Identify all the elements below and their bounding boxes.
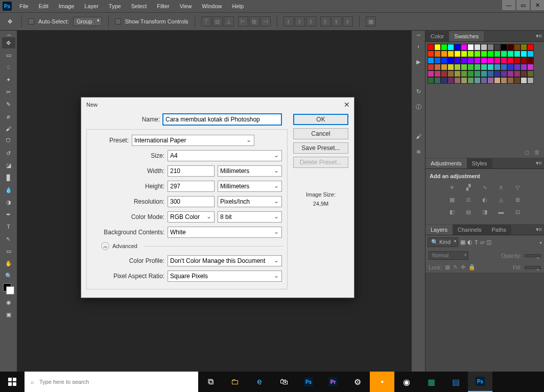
distribute-icon[interactable]: ⫴ bbox=[306, 16, 316, 27]
swatch[interactable] bbox=[428, 44, 434, 51]
selective-icon[interactable]: ⊡ bbox=[512, 208, 523, 216]
bit-depth-dropdown[interactable]: 8 bit bbox=[218, 211, 282, 223]
swatch[interactable] bbox=[447, 70, 454, 77]
swatch[interactable] bbox=[428, 57, 434, 64]
auto-select-dropdown[interactable]: Group bbox=[73, 17, 102, 26]
navigator-icon[interactable]: ▶ bbox=[413, 56, 424, 67]
width-input[interactable] bbox=[168, 165, 215, 177]
swatch[interactable] bbox=[527, 64, 534, 70]
tab-channels[interactable]: Channels bbox=[453, 225, 486, 235]
swatches-grid[interactable] bbox=[425, 42, 544, 86]
chrome-icon[interactable]: ◉ bbox=[394, 372, 419, 392]
color-picker[interactable] bbox=[2, 282, 15, 296]
swatch[interactable] bbox=[487, 51, 494, 57]
swatch[interactable] bbox=[527, 57, 534, 64]
mixer-icon[interactable]: ⊞ bbox=[512, 195, 523, 204]
swatch[interactable] bbox=[461, 70, 467, 77]
swatch[interactable] bbox=[441, 77, 447, 84]
swatch[interactable] bbox=[474, 64, 481, 70]
filter-pixel-icon[interactable]: ▦ bbox=[460, 239, 465, 246]
posterize-icon[interactable]: ▤ bbox=[463, 208, 474, 216]
show-transform-checkbox[interactable] bbox=[115, 18, 121, 24]
color-mode-dropdown[interactable]: RGB Color bbox=[168, 211, 215, 223]
swatch[interactable] bbox=[487, 77, 494, 84]
swatch[interactable] bbox=[494, 77, 501, 84]
filter-smart-icon[interactable]: ◫ bbox=[486, 239, 491, 246]
swatch[interactable] bbox=[467, 44, 474, 51]
brightness-icon[interactable]: ☀ bbox=[447, 183, 457, 191]
menu-layer[interactable]: Layer bbox=[79, 0, 104, 12]
swatch[interactable] bbox=[481, 64, 487, 70]
swatch[interactable] bbox=[521, 44, 527, 51]
swatch[interactable] bbox=[434, 57, 441, 64]
lock-position-icon[interactable]: ✎ bbox=[453, 264, 458, 271]
filter-toggle[interactable]: ▪ bbox=[540, 239, 542, 246]
swatch[interactable] bbox=[521, 51, 527, 57]
crop-tool[interactable]: ✂ bbox=[2, 86, 15, 97]
healing-tool[interactable]: ⌀ bbox=[2, 111, 15, 122]
photoshop-taskbar-icon[interactable]: Ps bbox=[468, 372, 492, 392]
color-profile-dropdown[interactable]: Don't Color Manage this Document bbox=[168, 255, 282, 266]
hue-icon[interactable]: ▦ bbox=[447, 195, 457, 204]
swatch[interactable] bbox=[461, 77, 467, 84]
swatch[interactable] bbox=[467, 70, 474, 77]
align-bottom-icon[interactable]: ⊥ bbox=[224, 16, 234, 27]
swatch[interactable] bbox=[454, 64, 461, 70]
blur-tool[interactable]: 💧 bbox=[2, 184, 15, 195]
tab-layers[interactable]: Layers bbox=[425, 225, 453, 235]
swatch[interactable] bbox=[494, 70, 501, 77]
swatch[interactable] bbox=[481, 70, 487, 77]
window-close[interactable]: ✕ bbox=[531, 0, 544, 10]
distribute-icon[interactable]: ⫴ bbox=[295, 16, 305, 27]
swatch[interactable] bbox=[447, 57, 454, 64]
cancel-button[interactable]: Cancel bbox=[293, 128, 348, 139]
bw-icon[interactable]: ◐ bbox=[480, 195, 490, 204]
swatch[interactable] bbox=[441, 51, 447, 57]
marquee-tool[interactable]: ▭ bbox=[2, 50, 15, 61]
swatch[interactable] bbox=[527, 70, 534, 77]
lock-pixels-icon[interactable]: ▦ bbox=[445, 264, 450, 271]
swatch[interactable] bbox=[501, 57, 507, 64]
swatch[interactable] bbox=[527, 44, 534, 51]
tab-styles[interactable]: Styles bbox=[467, 158, 492, 168]
swatch[interactable] bbox=[467, 51, 474, 57]
swatch[interactable] bbox=[434, 51, 441, 57]
edge-icon[interactable]: e bbox=[247, 372, 272, 392]
swatch[interactable] bbox=[501, 64, 507, 70]
swatch[interactable] bbox=[514, 51, 521, 57]
swatch[interactable] bbox=[454, 44, 461, 51]
pixel-aspect-dropdown[interactable]: Square Pixels bbox=[168, 271, 282, 282]
stamp-tool[interactable]: ⛉ bbox=[2, 135, 15, 146]
ok-button[interactable]: OK bbox=[293, 114, 348, 125]
swatch[interactable] bbox=[507, 44, 514, 51]
swatch[interactable] bbox=[507, 77, 514, 84]
name-input[interactable] bbox=[163, 114, 281, 125]
distribute-icon[interactable]: ⫵ bbox=[343, 16, 353, 27]
photo-filter-icon[interactable]: ◬ bbox=[496, 195, 506, 204]
menu-type[interactable]: Type bbox=[104, 0, 126, 12]
swatch[interactable] bbox=[507, 70, 514, 77]
align-right-icon[interactable]: ⊣ bbox=[261, 16, 271, 27]
magic-wand-tool[interactable]: ✦ bbox=[2, 74, 15, 85]
swatch[interactable] bbox=[487, 44, 494, 51]
delete-preset-button[interactable]: Delete Preset... bbox=[293, 157, 348, 168]
menu-view[interactable]: View bbox=[175, 0, 197, 12]
history-icon[interactable]: ↻ bbox=[413, 86, 424, 97]
swatch[interactable] bbox=[507, 51, 514, 57]
swatch[interactable] bbox=[514, 44, 521, 51]
filter-type-icon[interactable]: T bbox=[475, 239, 478, 246]
swatch[interactable] bbox=[507, 64, 514, 70]
screen-mode-tool[interactable]: ▣ bbox=[2, 309, 15, 320]
swatch[interactable] bbox=[434, 44, 441, 51]
lock-move-icon[interactable]: ✥ bbox=[461, 264, 465, 271]
swatch[interactable] bbox=[501, 44, 507, 51]
swatch[interactable] bbox=[467, 77, 474, 84]
menu-filter[interactable]: Filter bbox=[152, 0, 174, 12]
quick-mask-tool[interactable]: ◉ bbox=[2, 297, 15, 308]
task-view-icon[interactable]: ⧉ bbox=[198, 372, 223, 392]
start-button[interactable] bbox=[0, 372, 25, 392]
vibrance-icon[interactable]: ▽ bbox=[512, 183, 523, 191]
swatch[interactable] bbox=[494, 51, 501, 57]
swatch[interactable] bbox=[481, 51, 487, 57]
eraser-tool[interactable]: ◪ bbox=[2, 160, 15, 171]
